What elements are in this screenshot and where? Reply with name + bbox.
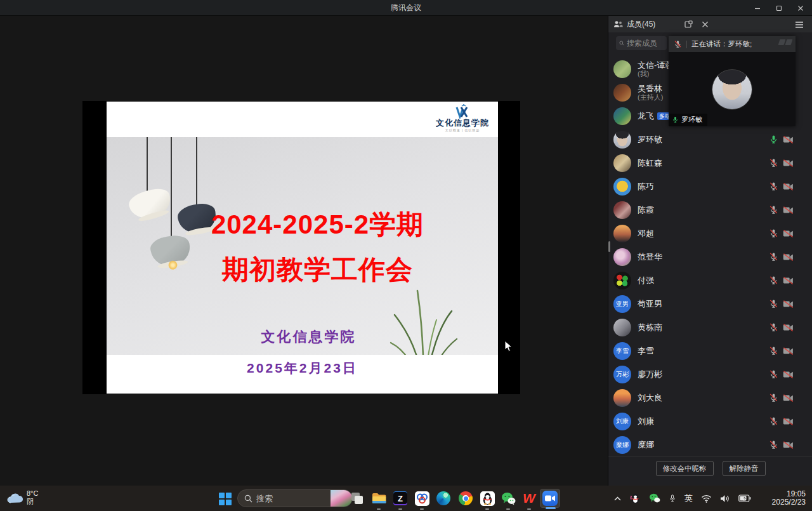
hamburger-menu-icon — [795, 21, 804, 29]
member-name: 罗环敏 — [638, 135, 662, 144]
member-camera-off-icon[interactable] — [783, 347, 794, 355]
minimize-button[interactable] — [751, 3, 764, 14]
tray-chevron-up-icon[interactable] — [613, 496, 622, 501]
member-avatar: 万彬 — [613, 366, 631, 383]
unmute-button[interactable]: 解除静音 — [723, 461, 766, 476]
member-row[interactable]: 邓超 — [608, 222, 812, 245]
meeting-watermark-icon — [779, 39, 792, 45]
member-row[interactable]: 亚男 苟亚男 — [608, 292, 812, 315]
tray-microphone-icon[interactable] — [669, 493, 676, 503]
members-panel-title: 成员(45) — [627, 19, 655, 30]
member-camera-off-icon[interactable] — [783, 159, 794, 168]
maximize-button[interactable] — [773, 3, 785, 14]
wechat-button[interactable] — [498, 489, 518, 508]
ime-language-indicator[interactable]: 英 — [684, 493, 693, 504]
tray-wifi-icon[interactable] — [701, 494, 712, 503]
qq-button[interactable] — [477, 489, 497, 508]
member-name: 糜娜 — [638, 440, 654, 449]
tencent-meeting-button[interactable] — [540, 489, 560, 508]
member-camera-off-icon[interactable] — [783, 135, 794, 144]
tray-volume-icon[interactable] — [720, 494, 730, 503]
member-mic-icon[interactable] — [769, 205, 778, 215]
change-nickname-button[interactable]: 修改会中昵称 — [656, 461, 714, 476]
window-title: 腾讯会议 — [0, 0, 812, 16]
member-name: 陈霞 — [638, 205, 654, 215]
task-view-button[interactable] — [347, 489, 367, 508]
wps-button[interactable]: W — [519, 489, 539, 508]
member-name: 李雪 — [638, 346, 654, 355]
tray-battery-icon[interactable] — [738, 494, 751, 502]
member-mic-icon[interactable] — [769, 346, 778, 355]
member-row[interactable]: 陈巧 — [608, 175, 812, 198]
taskbar-clock[interactable]: 19:05 2025/2/23 — [772, 490, 806, 507]
member-mic-icon[interactable] — [769, 393, 778, 402]
member-mic-icon[interactable] — [769, 158, 778, 168]
desktop: 腾讯会议 — [0, 0, 812, 511]
weather-condition: 阴 — [27, 498, 38, 506]
member-camera-off-icon[interactable] — [783, 441, 794, 449]
member-camera-off-icon[interactable] — [783, 182, 794, 191]
taskbar-search-box[interactable] — [237, 489, 353, 507]
chrome-icon — [459, 491, 473, 505]
member-mic-icon[interactable] — [769, 275, 778, 285]
speaking-now-label: 正在讲话：罗环敏; — [691, 39, 752, 49]
member-mic-icon[interactable] — [769, 182, 778, 191]
member-row[interactable]: 李雪 李雪 — [608, 339, 812, 362]
tray-qq-icon[interactable] — [630, 493, 641, 504]
start-button[interactable] — [219, 493, 231, 505]
popout-panel-button[interactable] — [684, 20, 693, 28]
member-mic-on-icon[interactable] — [769, 135, 778, 144]
member-avatar — [613, 60, 631, 78]
member-avatar — [613, 107, 631, 125]
member-mic-icon[interactable] — [769, 299, 778, 309]
member-search-box[interactable] — [616, 36, 667, 50]
member-name: 苟亚男 — [638, 299, 662, 309]
members-panel-header: 成员(45) — [608, 16, 812, 32]
member-search-input[interactable] — [627, 39, 664, 48]
search-icon — [244, 494, 252, 503]
member-mic-icon[interactable] — [769, 369, 778, 379]
member-camera-off-icon[interactable] — [783, 323, 794, 332]
speaker-video-window[interactable]: 正在讲话：罗环敏; 罗环敏 — [669, 36, 796, 126]
cloud-icon — [6, 492, 23, 504]
edge-button[interactable] — [433, 489, 454, 508]
member-row[interactable]: 罗环敏 — [608, 128, 812, 151]
close-panel-button[interactable] — [702, 21, 709, 28]
college-logo-mark-icon — [453, 103, 472, 119]
member-camera-off-icon[interactable] — [783, 206, 794, 215]
tray-wechat-icon[interactable] — [649, 493, 660, 503]
member-camera-off-icon[interactable] — [783, 276, 794, 285]
chrome-button[interactable] — [455, 489, 476, 508]
close-button[interactable] — [794, 3, 807, 14]
member-camera-off-icon[interactable] — [783, 253, 794, 262]
panel-menu-button[interactable] — [795, 20, 804, 31]
mouse-cursor — [504, 340, 513, 352]
rings-app-button[interactable] — [412, 489, 432, 508]
weather-widget[interactable]: 8°C 阴 — [6, 489, 38, 506]
slide-title-line1: 2024-2025-2学期 — [107, 207, 498, 242]
taskbar-search-input[interactable] — [256, 494, 320, 503]
member-row[interactable]: 陈霞 — [608, 198, 812, 222]
member-camera-off-icon[interactable] — [783, 300, 794, 309]
member-mic-icon[interactable] — [769, 229, 778, 238]
member-row[interactable]: 范登华 — [608, 245, 812, 269]
member-mic-icon[interactable] — [769, 252, 778, 262]
member-camera-off-icon[interactable] — [783, 229, 794, 238]
file-explorer-button[interactable] — [369, 489, 389, 508]
member-row[interactable]: 万彬 廖万彬 — [608, 362, 812, 386]
member-row[interactable]: 刘康 刘康 — [608, 409, 812, 433]
member-mic-icon[interactable] — [769, 322, 778, 332]
member-row[interactable]: 陈虹森 — [608, 151, 812, 175]
member-camera-off-icon[interactable] — [783, 394, 794, 402]
member-mic-icon[interactable] — [769, 440, 778, 449]
member-row[interactable]: 付强 — [608, 269, 812, 292]
member-camera-off-icon[interactable] — [783, 370, 794, 379]
member-list-scrollbar[interactable] — [608, 241, 610, 252]
member-row[interactable]: 糜娜 糜娜 — [608, 433, 812, 456]
slide-body: 2024-2025-2学期 期初教学工作会 文化信息学院 — [107, 137, 498, 355]
member-row[interactable]: 黄栋南 — [608, 315, 812, 339]
member-mic-icon[interactable] — [769, 416, 778, 426]
member-row[interactable]: 刘大良 — [608, 386, 812, 409]
z-app-button[interactable]: Z — [390, 489, 410, 508]
member-camera-off-icon[interactable] — [783, 417, 794, 426]
